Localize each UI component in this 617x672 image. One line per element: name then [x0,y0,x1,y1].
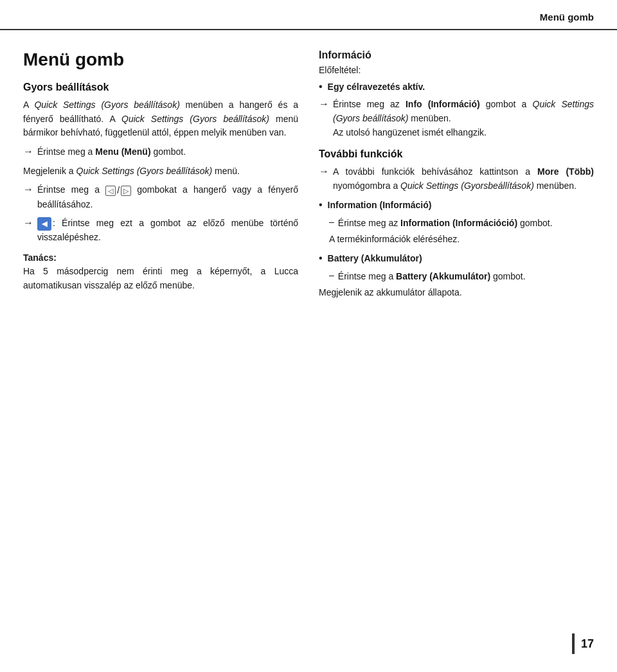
arrow-icon-3: → [23,217,33,229]
header-title: Menü gomb [540,12,594,22]
arrow-text-info: Érintse meg az Info (Információ) gombot … [333,98,594,139]
information-para: A termékinformációk eléréséhez. [329,233,594,247]
arrow-icon-info: → [319,98,329,110]
arrow-icon-1: → [23,146,33,157]
tip-label: Tanács: [23,252,57,263]
bullet-icon-info: • [319,199,323,211]
page-number-bar [572,633,575,654]
battery-para: Megjelenik az akkumulátor állapota. [319,286,594,300]
info-title: Információ [319,49,594,61]
arrow-item-nav: → Érintse meg a ◁ / ▷ gombokat a hangerő… [23,183,298,211]
arrow-text-menu: Érintse meg a Menu (Menü) gombot. [37,145,298,159]
arrow-item-more: → A további funkciók behívásához kattint… [319,165,594,193]
bullet-item-battery: • Battery (Akkumulátor) [319,252,594,266]
arrow-text-nav: Érintse meg a ◁ / ▷ gombokat a hangerő v… [37,183,298,211]
bullet-text-1: Egy célravezetés aktív. [328,80,594,94]
bullet-item-information: • Information (Információ) [319,199,594,213]
sub-bullet-text-battery: Érintse meg a Battery (Akkumulátor) gomb… [338,270,594,284]
bullet-text-information: Information (Információ) [328,199,594,213]
page-body: Menü gomb Gyors beállítások A Quick Sett… [0,30,617,324]
further-functions-title: További funkciók [319,148,594,160]
page-number: 17 [581,637,594,651]
tip-block: Tanács: Ha 5 másodpercig nem érinti meg … [23,251,298,293]
arrow-text-back: ◀: Érintse meg ezt a gombot az előző men… [37,217,298,245]
left-column: Menü gomb Gyors beállítások A Quick Sett… [23,49,298,305]
sub-bullet-information: – Érintse meg az Information (Információ… [329,217,594,231]
page-header: Menü gomb [0,0,617,30]
sub-bullet-text-info: Érintse meg az Information (Információci… [338,217,594,231]
sub-bullet-battery: – Érintse meg a Battery (Akkumulátor) go… [329,270,594,284]
right-column: Információ Előfeltétel: • Egy célravezet… [319,49,594,305]
bullet-icon-1: • [319,81,323,93]
back-button-img: ◀ [37,217,51,231]
tip-text: Tanács: Ha 5 másodpercig nem érinti meg … [23,251,298,293]
nav-icon-right: ▷ [121,186,131,196]
sub-bullet-icon-info: – [329,217,334,227]
further-functions-label: További funkciók [319,148,402,159]
arrow-item-menu: → Érintse meg a Menu (Menü) gombot. [23,145,298,159]
arrow-icon-more: → [319,166,329,177]
quick-settings-appears: Megjelenik a Quick Settings (Gyors beáll… [23,164,298,179]
page-number-area: 17 [572,633,594,654]
sub-bullet-icon-battery: – [329,270,334,280]
nav-icon-left: ◁ [105,186,116,196]
bullet-text-battery: Battery (Akkumulátor) [328,252,594,266]
bullet-item-1: • Egy célravezetés aktív. [319,80,594,94]
arrow-text-more: A további funkciók behívásához kattintso… [333,165,594,193]
nav-icons: ◁ / ▷ [105,184,131,198]
prereq-label: Előfeltétel: [319,64,594,78]
quick-settings-intro: A Quick Settings (Gyors beállítások) men… [23,98,298,140]
bullet-icon-battery: • [319,252,323,264]
arrow-item-back: → ◀: Érintse meg ezt a gombot az előző m… [23,217,298,245]
arrow-icon-2: → [23,184,33,195]
main-title: Menü gomb [23,49,298,70]
arrow-item-info: → Érintse meg az Info (Információ) gombo… [319,98,594,139]
quick-settings-title: Gyors beállítások [23,82,298,93]
